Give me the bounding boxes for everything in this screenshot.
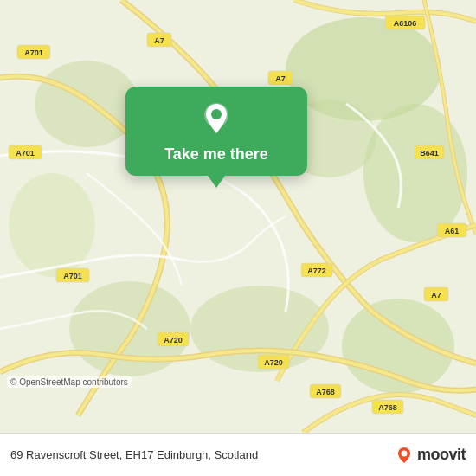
svg-text:A768: A768 bbox=[316, 388, 335, 396]
svg-point-37 bbox=[211, 109, 222, 119]
svg-text:A720: A720 bbox=[164, 336, 183, 344]
svg-point-38 bbox=[401, 450, 407, 456]
svg-text:A61: A61 bbox=[445, 227, 460, 235]
svg-text:B641: B641 bbox=[420, 149, 439, 158]
bottom-bar: 69 Ravenscroft Street, EH17 Edinburgh, S… bbox=[0, 433, 476, 476]
svg-point-3 bbox=[35, 61, 138, 147]
svg-text:A701: A701 bbox=[16, 149, 35, 158]
svg-text:A701: A701 bbox=[63, 272, 82, 280]
svg-text:A772: A772 bbox=[307, 267, 326, 275]
moovit-pin-icon bbox=[395, 446, 414, 465]
moovit-text: moovit bbox=[417, 446, 466, 464]
svg-text:A701: A701 bbox=[24, 48, 43, 57]
map-roads-svg: A701 A701 A701 A7 A7 A7 A6106 B641 A61 A… bbox=[0, 0, 476, 433]
address-label: 69 Ravenscroft Street, EH17 Edinburgh, S… bbox=[10, 448, 258, 461]
svg-text:A7: A7 bbox=[431, 291, 441, 299]
svg-text:A720: A720 bbox=[264, 358, 283, 367]
osm-credit: © OpenStreetMap contributors bbox=[7, 376, 132, 388]
svg-text:A7: A7 bbox=[154, 36, 164, 45]
take-me-there-label: Take me there bbox=[164, 145, 268, 164]
svg-text:A6106: A6106 bbox=[394, 19, 417, 28]
svg-text:A768: A768 bbox=[378, 403, 397, 412]
location-pin-icon bbox=[197, 100, 235, 138]
navigate-popup[interactable]: Take me there bbox=[125, 87, 307, 176]
map-container: A701 A701 A701 A7 A7 A7 A6106 B641 A61 A… bbox=[0, 0, 476, 433]
moovit-logo: moovit bbox=[395, 446, 466, 465]
svg-point-1 bbox=[363, 104, 467, 242]
svg-text:A7: A7 bbox=[275, 74, 286, 83]
svg-point-4 bbox=[69, 281, 190, 376]
